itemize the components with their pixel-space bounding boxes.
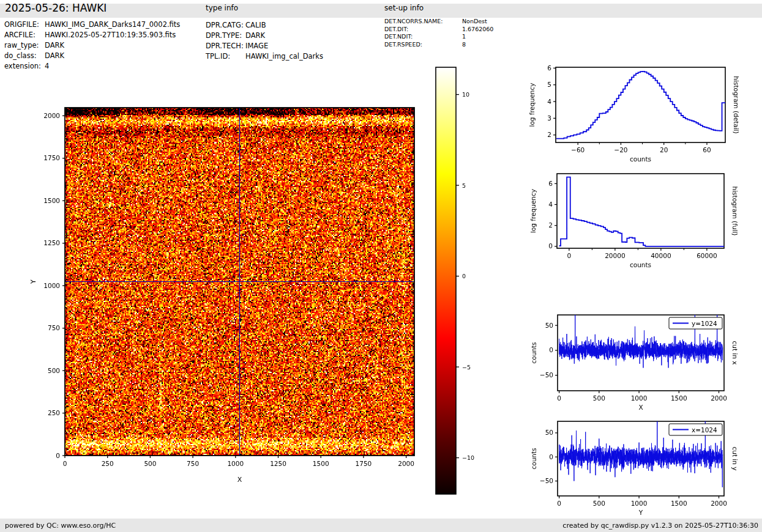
- meta-row-ndit: DET.NDIT:1: [384, 33, 493, 41]
- meta-label: DET.NDIT:: [384, 33, 462, 41]
- meta-value: 4: [45, 62, 49, 70]
- hist-full-y-tick-label: 2: [548, 221, 553, 229]
- cut-y-right-label: cut in y: [731, 446, 739, 470]
- cut-x-x-tick-label: 2000: [711, 394, 727, 402]
- hist-full-y-tick-label: 0: [548, 242, 553, 249]
- colorbar-tick-label: 10: [462, 91, 469, 98]
- type-info-block: DPR.CATG:CALIB DPR.TYPE:DARK DPR.TECH:IM…: [206, 20, 323, 62]
- colorbar-tick-label: 0: [462, 273, 466, 279]
- meta-row-origfile: ORIGFILE:HAWKI_IMG_DARK_Darks147_0002.fi…: [4, 20, 180, 30]
- cut-x-signal: [559, 306, 723, 368]
- cut-y-x-tick-label: 1500: [671, 500, 687, 507]
- cut-x-y-tick-label: 50: [545, 322, 553, 329]
- cut-y-spines: [558, 421, 724, 496]
- hist-detail-x-tick-label: 60: [703, 146, 711, 153]
- meta-value: DARK: [45, 41, 64, 50]
- meta-label: DPR.CATG:: [206, 20, 245, 31]
- cut-y-x-tick-label: 0: [557, 500, 561, 507]
- cut-x-x-tick-label: 0: [557, 394, 561, 402]
- meta-value: HAWKI_img_cal_Darks: [245, 52, 323, 61]
- meta-value: DARK: [45, 51, 64, 60]
- main-x-tick-label: 1750: [356, 460, 372, 467]
- meta-label: DET.RSPEED:: [384, 41, 462, 49]
- cut-y-x-tick-label: 2000: [711, 500, 727, 507]
- setup-info-title: set-up info: [384, 4, 424, 12]
- hist-detail-y-tick-label: 5: [547, 81, 551, 88]
- cut-y-axes: [555, 421, 724, 498]
- meta-label: DET.NCORRS.NAME:: [384, 18, 462, 26]
- main-y-tick-label: 500: [48, 367, 60, 374]
- hist-full-ylabel: log frequency: [529, 189, 537, 233]
- colorbar-gradient: [436, 67, 456, 494]
- header-bar: [0, 4, 762, 18]
- main-y-tick-label: 1250: [43, 239, 60, 246]
- colorbar-tick-label: −5: [462, 364, 471, 371]
- main-x-tick-label: 1500: [313, 460, 329, 467]
- cut-y-legend: [669, 424, 722, 435]
- main-x-tick-label: 1250: [270, 460, 286, 467]
- hist-full-xlabel: counts: [630, 261, 651, 268]
- hist-full-x-tick-label: 20000: [605, 252, 625, 259]
- hist-detail-x-tick-label: −60: [571, 146, 585, 153]
- meta-label: ORIGFILE:: [4, 20, 45, 30]
- cut-x-x-tick-label: 500: [593, 394, 605, 402]
- cut-x-x-tick-label: 1000: [631, 394, 648, 402]
- meta-row-arcfile: ARCFILE:HAWKI.2025-05-27T10:19:35.903.fi…: [4, 30, 180, 40]
- hist-detail-right-label: histogram (detail): [733, 76, 740, 133]
- main-x-tick-label: 2000: [398, 460, 414, 467]
- setup-info-block: DET.NCORRS.NAME:NonDest DET.DIT:1.676206…: [384, 18, 493, 48]
- file-metadata-block: ORIGFILE:HAWKI_IMG_DARK_Darks147_0002.fi…: [4, 20, 180, 72]
- meta-row-rawtype: raw_type:DARK: [4, 40, 180, 51]
- legend-label: y=1024: [692, 320, 717, 327]
- cut-y-y-tick-label: 50: [545, 429, 553, 436]
- hist-full-x-tick-label: 0: [567, 252, 572, 259]
- legend-box: [669, 424, 722, 435]
- meta-value: HAWKI.2025-05-27T10:19:35.903.fits: [45, 31, 176, 39]
- main-xlabel: X: [237, 476, 242, 484]
- colorbar-tick-label: 5: [462, 182, 466, 189]
- main-ylabel: Y: [29, 279, 37, 284]
- main-y-tick-label: 750: [48, 324, 60, 331]
- hist-full-spines: [557, 174, 724, 248]
- meta-label: DET.DIT:: [384, 26, 462, 34]
- meta-value: CALIB: [245, 21, 266, 29]
- hist-detail-spines: [556, 67, 725, 142]
- main-y-tick-label: 1000: [43, 282, 60, 289]
- cut-x-legend: [669, 317, 722, 329]
- hist-detail-curve: [556, 72, 725, 139]
- meta-value: 8: [462, 41, 466, 48]
- hist-detail-axes: [553, 67, 725, 145]
- cut-y-xlabel: Y: [638, 509, 643, 516]
- hist-detail-x-tick-label: −20: [614, 146, 627, 153]
- main-x-tick-label: 500: [144, 460, 156, 467]
- meta-row-ncorrs: DET.NCORRS.NAME:NonDest: [384, 18, 493, 26]
- hist-full-y-tick-label: 4: [548, 201, 553, 208]
- cut-y-y-tick-label: 0: [549, 453, 553, 460]
- cut-y-x-tick-label: 1000: [631, 500, 648, 507]
- cut-y-signal: [559, 415, 723, 487]
- meta-value: DARK: [245, 31, 265, 40]
- hist-full-x-tick-label: 40000: [651, 252, 671, 259]
- hist-full-x-tick-label: 60000: [697, 252, 717, 259]
- main-y-tick-label: 1750: [43, 154, 60, 161]
- cut-y-y-tick-label: −50: [540, 477, 553, 484]
- hist-detail-ylabel: log frequency: [528, 83, 536, 127]
- main-x-tick-label: 250: [102, 460, 114, 467]
- meta-label: ARCFILE:: [4, 30, 45, 40]
- meta-row-doclass: do_class:DARK: [4, 51, 180, 61]
- main-x-tick-label: 750: [187, 460, 199, 467]
- hist-detail-y-tick-label: 4: [547, 98, 551, 105]
- cut-y-x-tick-label: 500: [593, 500, 605, 507]
- meta-value: 1: [462, 33, 466, 40]
- cut-y-ylabel: counts: [530, 448, 537, 469]
- cut-x-x-tick-label: 1500: [671, 394, 687, 402]
- meta-label: TPL.ID:: [206, 51, 245, 62]
- cut-x-y-tick-label: 0: [549, 346, 553, 353]
- hist-detail-y-tick-label: 6: [547, 64, 551, 72]
- meta-row-dprtype: DPR.TYPE:DARK: [206, 31, 323, 41]
- type-info-title: type info: [206, 4, 238, 12]
- main-y-tick-label: 0: [56, 452, 60, 459]
- meta-label: DPR.TYPE:: [206, 31, 245, 41]
- hist-detail-x-tick-label: 20: [660, 146, 668, 153]
- meta-row-dprcatg: DPR.CATG:CALIB: [206, 20, 323, 31]
